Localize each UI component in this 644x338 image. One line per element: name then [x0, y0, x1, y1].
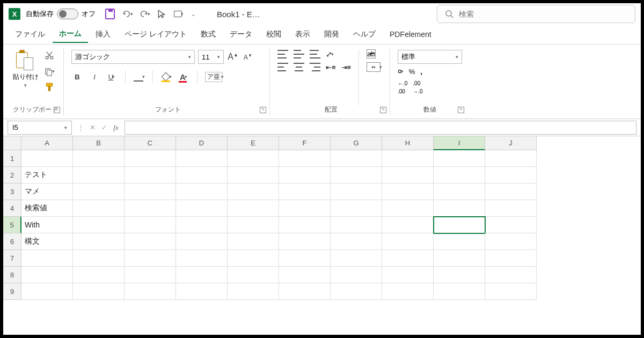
cell[interactable]: [485, 233, 537, 250]
tab-page-layout[interactable]: ページ レイアウト: [118, 26, 193, 42]
cell[interactable]: [331, 217, 382, 233]
cell[interactable]: [279, 150, 331, 167]
increase-font-button[interactable]: A▲: [227, 50, 239, 63]
cell[interactable]: [382, 233, 434, 250]
cell[interactable]: [176, 200, 228, 217]
copy-button[interactable]: ▾: [44, 66, 55, 77]
row-header[interactable]: 7: [3, 250, 21, 267]
cell[interactable]: With: [21, 217, 73, 233]
cell[interactable]: [125, 267, 176, 283]
autosave-toggle[interactable]: 自動保存 オフ: [26, 9, 96, 19]
tab-formulas[interactable]: 数式: [194, 26, 222, 42]
currency-button[interactable]: ¤▾: [398, 67, 404, 76]
number-format-combo[interactable]: 標準 ▾: [398, 50, 462, 64]
cell[interactable]: [382, 267, 434, 283]
cell[interactable]: [125, 167, 176, 183]
column-header[interactable]: A: [21, 136, 73, 150]
cell[interactable]: [125, 233, 176, 250]
cell[interactable]: マメ: [21, 183, 73, 200]
cell[interactable]: [228, 267, 279, 283]
cell[interactable]: [331, 150, 382, 167]
name-box[interactable]: I5 ▾: [8, 121, 72, 135]
cell[interactable]: [228, 183, 279, 200]
cell[interactable]: [485, 283, 537, 300]
orientation-button[interactable]: ⤢▾: [326, 50, 334, 58]
fill-color-button[interactable]: ▾: [160, 70, 172, 83]
undo-button[interactable]: ▾: [122, 9, 132, 19]
tab-file[interactable]: ファイル: [9, 26, 52, 42]
cell[interactable]: テスト: [21, 167, 73, 183]
cell[interactable]: [279, 217, 331, 233]
cell[interactable]: [176, 167, 228, 183]
cell[interactable]: [21, 267, 73, 283]
cell[interactable]: [382, 200, 434, 217]
cell[interactable]: 検索値: [21, 200, 73, 217]
increase-indent-button[interactable]: ⇥≡: [341, 63, 352, 71]
row-header[interactable]: 8: [3, 267, 21, 283]
tab-pdfelement[interactable]: PDFelement: [383, 27, 438, 42]
cell[interactable]: [331, 250, 382, 267]
align-left-button[interactable]: [277, 63, 288, 71]
increase-decimal-button[interactable]: ←.0 .00: [398, 79, 407, 95]
cell[interactable]: [21, 150, 73, 167]
cell[interactable]: 構文: [21, 233, 73, 250]
column-header[interactable]: E: [228, 136, 279, 150]
cell[interactable]: [228, 167, 279, 183]
cell[interactable]: [382, 150, 434, 167]
search-box[interactable]: [437, 5, 635, 23]
cancel-formula-icon[interactable]: ✕: [88, 123, 97, 131]
align-bottom-button[interactable]: [310, 50, 320, 58]
touch-mode-icon[interactable]: ▾: [174, 9, 184, 19]
cell[interactable]: [485, 183, 537, 200]
format-painter-button[interactable]: [44, 82, 55, 93]
wrap-text-button[interactable]: ab: [367, 50, 382, 58]
decrease-indent-button[interactable]: ⇤≡: [326, 63, 336, 71]
align-top-button[interactable]: [277, 50, 288, 58]
cell[interactable]: [73, 217, 125, 233]
row-header[interactable]: 1: [3, 150, 21, 167]
border-button[interactable]: ▾: [133, 70, 145, 83]
cursor-mode-icon[interactable]: [157, 9, 166, 19]
cell[interactable]: [434, 150, 485, 167]
dialog-launcher-icon[interactable]: [54, 107, 60, 113]
cell[interactable]: [125, 150, 176, 167]
column-header[interactable]: J: [485, 136, 537, 150]
cell[interactable]: [279, 233, 331, 250]
column-header[interactable]: I: [434, 136, 485, 150]
cell[interactable]: [331, 283, 382, 300]
merge-center-button[interactable]: ⇔▾: [367, 62, 382, 72]
cell[interactable]: [73, 183, 125, 200]
cell[interactable]: [382, 183, 434, 200]
cell[interactable]: [331, 183, 382, 200]
cell[interactable]: [73, 283, 125, 300]
cell[interactable]: [434, 250, 485, 267]
cell[interactable]: [279, 167, 331, 183]
underline-button[interactable]: U▾: [106, 70, 118, 83]
align-right-button[interactable]: [310, 63, 320, 71]
search-input[interactable]: [459, 10, 627, 18]
cell[interactable]: [73, 267, 125, 283]
percent-button[interactable]: %: [409, 68, 415, 76]
cell[interactable]: [434, 217, 485, 233]
column-header[interactable]: F: [279, 136, 331, 150]
cell[interactable]: [228, 250, 279, 267]
cell[interactable]: [434, 267, 485, 283]
tab-insert[interactable]: 挿入: [89, 26, 117, 42]
phonetic-button[interactable]: ア亜▾: [205, 70, 224, 83]
dialog-launcher-icon[interactable]: [458, 107, 464, 113]
cell[interactable]: [382, 217, 434, 233]
cell[interactable]: [125, 183, 176, 200]
select-all-corner[interactable]: [3, 136, 21, 150]
fx-icon[interactable]: fx: [112, 123, 120, 132]
cell[interactable]: [434, 283, 485, 300]
tab-home[interactable]: ホーム: [53, 26, 88, 43]
cell[interactable]: [485, 150, 537, 167]
font-color-button[interactable]: A▾: [178, 70, 189, 83]
redo-button[interactable]: ▾: [140, 9, 149, 19]
row-header[interactable]: 2: [3, 167, 21, 183]
cell[interactable]: [331, 167, 382, 183]
cell[interactable]: [279, 200, 331, 217]
enter-formula-icon[interactable]: ✓: [100, 123, 108, 131]
tab-view[interactable]: 表示: [289, 26, 317, 42]
cell[interactable]: [434, 183, 485, 200]
